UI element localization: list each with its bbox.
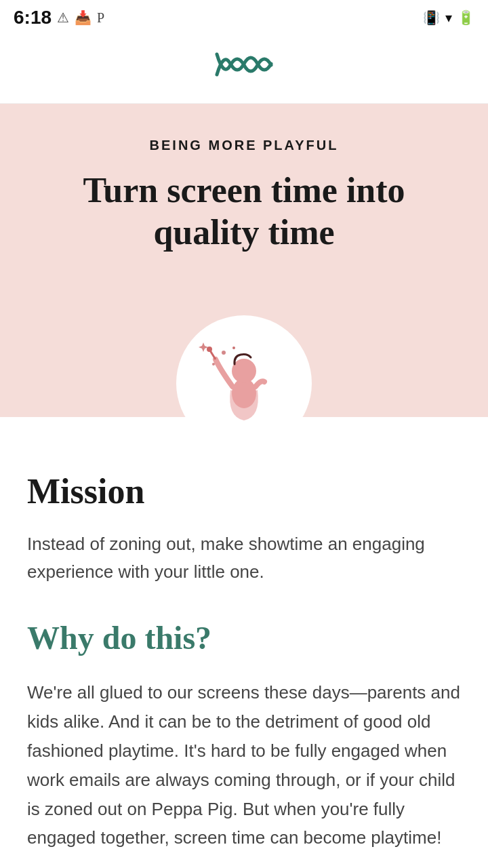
app-header [0, 35, 488, 104]
hero-tag: BEING MORE PLAYFUL [150, 138, 339, 153]
svg-line-2 [210, 351, 216, 359]
why-body: We're all glued to our screens these day… [27, 678, 461, 852]
hero-circle [176, 315, 312, 451]
wifi-icon: ▾ [445, 9, 452, 26]
battery-icon: 🔋 [458, 9, 474, 26]
svg-point-5 [232, 347, 235, 349]
svg-point-4 [222, 351, 226, 355]
svg-point-6 [212, 363, 215, 366]
download-icon: 📥 [75, 9, 92, 26]
mission-title: Mission [27, 471, 461, 511]
app-logo [210, 46, 278, 90]
status-right: 📳 ▾ 🔋 [423, 9, 474, 26]
hero-illustration [176, 315, 312, 451]
status-bar: 6:18 ⚠ 📥 P 📳 ▾ 🔋 [0, 0, 488, 35]
main-content: Mission Instead of zoning out, make show… [0, 417, 488, 868]
status-time: 6:18 [14, 7, 52, 28]
why-title: Why do this? [27, 619, 461, 656]
vibrate-icon: 📳 [423, 9, 440, 26]
hero-banner: BEING MORE PLAYFUL Turn screen time into… [0, 104, 488, 417]
status-left: 6:18 ⚠ 📥 P [14, 7, 104, 28]
warning-icon: ⚠ [57, 9, 69, 26]
parking-icon: P [97, 10, 104, 26]
hero-title: Turn screen time into quality time [27, 170, 461, 254]
mission-body: Instead of zoning out, make showtime an … [27, 530, 461, 587]
